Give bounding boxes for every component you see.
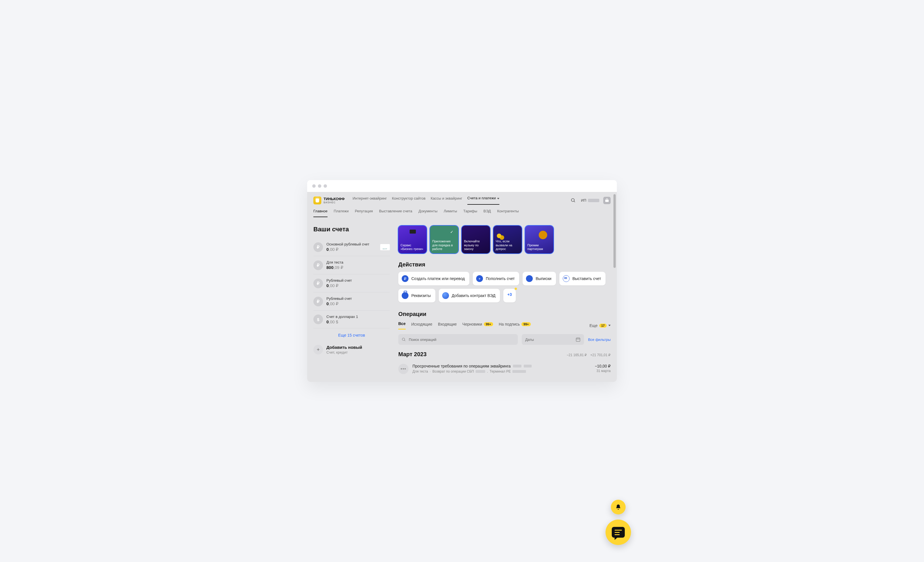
operation-subtitle: Для теста· Возврат по операции СБП . Тер…	[412, 370, 591, 373]
subnav-item[interactable]: Платежи	[334, 209, 349, 217]
browser-window: ТИНЬКОФФ БИЗНЕС Интернет-эквайринг Конст…	[307, 180, 617, 382]
notifications-button[interactable]	[611, 500, 626, 514]
issue-invoice-button[interactable]: Выставить счет	[560, 272, 606, 286]
story-card[interactable]: Премии партнерам	[525, 225, 554, 253]
top-bar: ТИНЬКОФФ БИЗНЕС Интернет-эквайринг Конст…	[307, 192, 617, 205]
story-card[interactable]: Приложения для порядка в работе	[430, 225, 458, 253]
svg-rect-5	[576, 338, 580, 341]
chat-button[interactable]	[606, 520, 631, 545]
redacted-text	[524, 365, 532, 368]
all-filters-link[interactable]: Все фильтры	[588, 338, 610, 342]
account-name: Счет в долларах 1	[326, 314, 390, 319]
subnav-item[interactable]: Документы	[418, 209, 437, 217]
operations-heading: Операции	[398, 311, 610, 317]
account-row[interactable]: ₽ Рублевый счет 0,00 ₽	[314, 293, 390, 311]
stories-row: Сервис «Бизнес-треки» Приложения для пор…	[398, 225, 610, 253]
top-right: ИП	[570, 197, 610, 204]
account-name: Основной рублевый счет	[326, 242, 377, 246]
svg-point-0	[572, 198, 574, 201]
top-nav-item-active[interactable]: Счета и платежи	[467, 196, 500, 205]
svg-point-3	[402, 338, 405, 340]
account-row[interactable]: ₽ Рублевый счет 0,00 ₽	[314, 274, 390, 293]
subnav-item[interactable]: Тарифы	[464, 209, 477, 217]
count-badge: 17	[599, 324, 607, 328]
count-badge: 99+	[484, 322, 493, 326]
count-badge: 99+	[522, 322, 531, 326]
create-payment-button[interactable]: ₽Создать платеж или перевод	[398, 272, 470, 286]
app-surface: ТИНЬКОФФ БИЗНЕС Интернет-эквайринг Конст…	[307, 192, 617, 382]
account-name: Рублевый счет	[326, 278, 390, 283]
dollar-icon: $	[314, 314, 323, 324]
top-nav-item[interactable]: Интернет-эквайринг	[352, 196, 387, 204]
svg-rect-2	[605, 200, 609, 202]
redacted-text	[513, 365, 522, 368]
story-card[interactable]: Что, если вызвали на допрос	[494, 225, 522, 253]
floating-actions	[606, 500, 631, 545]
operation-title: Просроченные требования по операциям экв…	[412, 364, 591, 368]
logo[interactable]: ТИНЬКОФФ БИЗНЕС	[314, 197, 345, 204]
add-account-button[interactable]: + Добавить новый Счет, кредит	[314, 342, 390, 357]
subnav-item[interactable]: Лимиты	[444, 209, 457, 217]
briefcase-icon	[402, 292, 408, 299]
account-row[interactable]: ₽ Для теста 800,09 ₽	[314, 256, 390, 274]
op-tab-incoming[interactable]: Входящие	[438, 322, 457, 329]
statements-button[interactable]: Выписки	[523, 272, 556, 286]
plus-icon: +	[476, 275, 483, 282]
search-icon	[402, 338, 406, 342]
top-nav-item[interactable]: Конструктор сайтов	[392, 196, 426, 204]
actions-heading: Действия	[398, 261, 610, 268]
content: Ваши счета ₽ Основной рублевый счет 0,00…	[307, 217, 617, 376]
add-ved-contract-button[interactable]: Добавить контракт ВЭД	[439, 289, 500, 302]
ruble-icon: ₽	[314, 297, 323, 307]
operation-row[interactable]: ••• Просроченные требования по операциям…	[398, 362, 610, 376]
op-tab-outgoing[interactable]: Исходящие	[411, 322, 432, 329]
account-row[interactable]: $ Счет в долларах 1 0,00 $	[314, 311, 390, 328]
avatar-icon[interactable]	[603, 197, 610, 204]
operations-filters: Поиск операций Даты Все фильтры	[398, 334, 610, 345]
chat-icon	[612, 527, 625, 538]
requisites-button[interactable]: Реквизиты	[398, 289, 435, 302]
op-tab-all[interactable]: Все	[398, 322, 406, 329]
operations-tabs: Все Исходящие Входящие Черновики99+ На п…	[398, 322, 610, 329]
chevron-down-icon	[608, 325, 610, 326]
op-tab-more[interactable]: Еще17	[590, 323, 610, 328]
story-card[interactable]: Сервис «Бизнес-треки»	[398, 225, 427, 253]
more-actions-button[interactable]: +3	[503, 289, 516, 302]
account-balance: 0,00 ₽	[326, 301, 390, 307]
add-title: Добавить новый	[326, 345, 362, 350]
scrollbar[interactable]	[614, 194, 616, 268]
more-accounts-link[interactable]: Еще 15 счетов	[314, 328, 390, 342]
top-nav-item[interactable]: Кассы и эквайринг	[430, 196, 462, 204]
subnav-item[interactable]: Контрагенты	[497, 209, 519, 217]
date-range-input[interactable]: Даты	[522, 334, 584, 345]
account-name: Рублевый счет	[326, 296, 390, 301]
sub-nav: Главное Платежи Репутация Выставление сч…	[307, 205, 617, 217]
document-icon	[526, 275, 533, 282]
topup-button[interactable]: +Пополнить счет	[473, 272, 519, 286]
month-header: Март 2023 −21 165,81 ₽ +21 701,01 ₽	[398, 351, 610, 358]
subnav-item-main[interactable]: Главное	[314, 209, 327, 217]
subnav-item[interactable]: Выставление счета	[379, 209, 412, 217]
user-name[interactable]: ИП	[581, 198, 599, 203]
ruble-icon: ₽	[314, 260, 323, 270]
svg-line-1	[574, 201, 575, 202]
story-card[interactable]: Включайте музыку по закону	[462, 225, 490, 253]
redacted-text	[476, 370, 485, 373]
plus-icon: +	[314, 345, 323, 355]
account-balance: 0,00 $	[326, 319, 390, 324]
globe-icon	[442, 292, 449, 299]
search-icon[interactable]	[570, 197, 577, 204]
subnav-item[interactable]: Репутация	[355, 209, 373, 217]
op-tab-drafts[interactable]: Черновики99+	[462, 322, 493, 329]
op-tab-tosign[interactable]: На подпись99+	[499, 322, 531, 329]
operations-search-input[interactable]: Поиск операций	[398, 334, 518, 345]
top-nav: Интернет-эквайринг Конструктор сайтов Ка…	[352, 196, 499, 205]
main-area: Сервис «Бизнес-треки» Приложения для пор…	[398, 225, 610, 376]
subnav-item[interactable]: ВЭД	[483, 209, 491, 217]
add-subtitle: Счет, кредит	[326, 350, 362, 355]
redacted-text	[588, 199, 599, 202]
window-titlebar	[307, 180, 617, 192]
account-balance: 0,00 ₽	[326, 283, 390, 288]
sidebar-accounts: Ваши счета ₽ Основной рублевый счет 0,00…	[314, 225, 390, 376]
account-row[interactable]: ₽ Основной рублевый счет 0,00 ₽ МИР	[314, 238, 390, 256]
